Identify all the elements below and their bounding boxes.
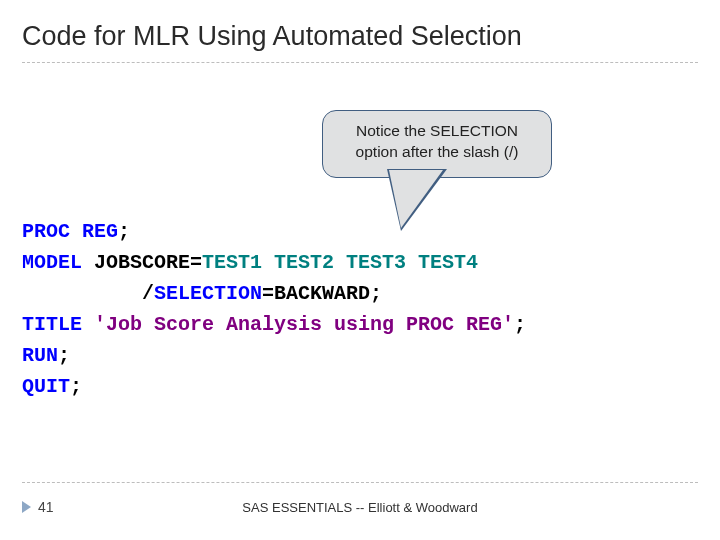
footer-divider [22,482,698,483]
vars-tests: TEST1 TEST2 TEST3 TEST4 [202,251,478,274]
kw-quit: QUIT [22,375,70,398]
kw-run: RUN [22,344,58,367]
kw-selection: SELECTION [154,282,262,305]
callout-line2: option after the slash (/) [356,143,519,160]
title-divider [22,62,698,63]
title-string: 'Job Score Analysis using PROC REG' [94,313,514,336]
footer-credit: SAS ESSENTIALS -- Elliott & Woodward [0,500,720,515]
eq: = [190,251,202,274]
callout-box: Notice the SELECTION option after the sl… [322,110,552,178]
kw-title: TITLE [22,313,94,336]
slide-title: Code for MLR Using Automated Selection [0,0,720,60]
callout-speech-bubble: Notice the SELECTION option after the sl… [322,110,572,232]
callout-line1: Notice the SELECTION [356,122,518,139]
indent-slash: / [22,282,154,305]
semi6: ; [70,375,82,398]
semi1: ; [118,220,130,243]
kw-model: MODEL [22,251,94,274]
kw-proc: PROC [22,220,82,243]
code-block: PROC REG; MODEL JOBSCORE=TEST1 TEST2 TES… [22,216,526,402]
var-jobscore: JOBSCORE [94,251,190,274]
semi4: ; [514,313,526,336]
semi5: ; [58,344,70,367]
sel-val: =BACKWARD; [262,282,382,305]
kw-reg: REG [82,220,118,243]
